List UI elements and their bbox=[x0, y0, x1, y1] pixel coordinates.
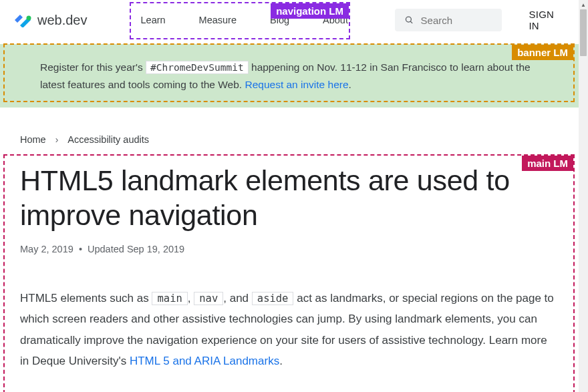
banner-text: Register for this year's bbox=[40, 61, 146, 73]
svg-point-1 bbox=[406, 17, 411, 22]
promo-banner: Register for this year's #ChromeDevSummi… bbox=[0, 44, 579, 108]
p1-text-c: , and bbox=[223, 292, 252, 305]
meta-published: May 2, 2019 bbox=[20, 244, 74, 254]
signin-button[interactable]: SIGN IN bbox=[529, 9, 559, 31]
site-logo[interactable]: web.dev bbox=[13, 13, 88, 28]
p1-text-e: . bbox=[279, 355, 283, 367]
p1-text-a: HTML5 elements such as bbox=[20, 292, 152, 305]
banner-period: . bbox=[349, 79, 351, 90]
code-main: main bbox=[152, 292, 187, 305]
nav-about[interactable]: About bbox=[323, 15, 348, 25]
main-navigation: Learn Measure Blog About bbox=[121, 5, 368, 35]
search-box[interactable] bbox=[395, 9, 502, 31]
code-aside: aside bbox=[252, 292, 294, 305]
site-name: web.dev bbox=[37, 13, 88, 28]
article-main: HTML5 landmark elements are used to impr… bbox=[0, 157, 579, 391]
nav-measure[interactable]: Measure bbox=[199, 15, 237, 25]
article-paragraph: HTML5 elements such as main, nav, and as… bbox=[20, 288, 559, 372]
scrollbar-thumb[interactable] bbox=[580, 9, 587, 56]
meta-sep: • bbox=[79, 244, 82, 254]
link-deque[interactable]: HTML 5 and ARIA Landmarks bbox=[130, 355, 279, 367]
article-meta: May 2, 2019 • Updated Sep 19, 2019 bbox=[20, 244, 559, 254]
breadcrumb: Home › Accessibility audits bbox=[0, 108, 579, 157]
site-header: web.dev Learn Measure Blog About SIGN IN bbox=[0, 0, 579, 40]
breadcrumb-current[interactable]: Accessibility audits bbox=[67, 134, 149, 145]
logo-icon bbox=[13, 13, 32, 27]
meta-updated-label: Updated bbox=[88, 244, 127, 254]
scrollbar-track[interactable]: ▲ bbox=[579, 0, 588, 392]
svg-point-0 bbox=[27, 16, 31, 21]
svg-line-2 bbox=[410, 21, 412, 23]
breadcrumb-home[interactable]: Home bbox=[20, 134, 46, 145]
p1-text-b: , bbox=[188, 292, 194, 305]
banner-hashtag: #ChromeDevSummit bbox=[146, 61, 249, 74]
page-title: HTML5 landmark elements are used to impr… bbox=[20, 164, 559, 232]
code-nav: nav bbox=[194, 292, 223, 305]
meta-updated: Sep 19, 2019 bbox=[127, 244, 184, 254]
chevron-right-icon: › bbox=[55, 134, 59, 145]
banner-link[interactable]: Request an invite here bbox=[245, 79, 348, 90]
nav-blog[interactable]: Blog bbox=[270, 15, 289, 25]
scrollbar-up-icon[interactable]: ▲ bbox=[579, 0, 588, 9]
search-icon bbox=[404, 14, 414, 26]
search-input[interactable] bbox=[421, 15, 493, 26]
nav-learn[interactable]: Learn bbox=[141, 15, 166, 25]
